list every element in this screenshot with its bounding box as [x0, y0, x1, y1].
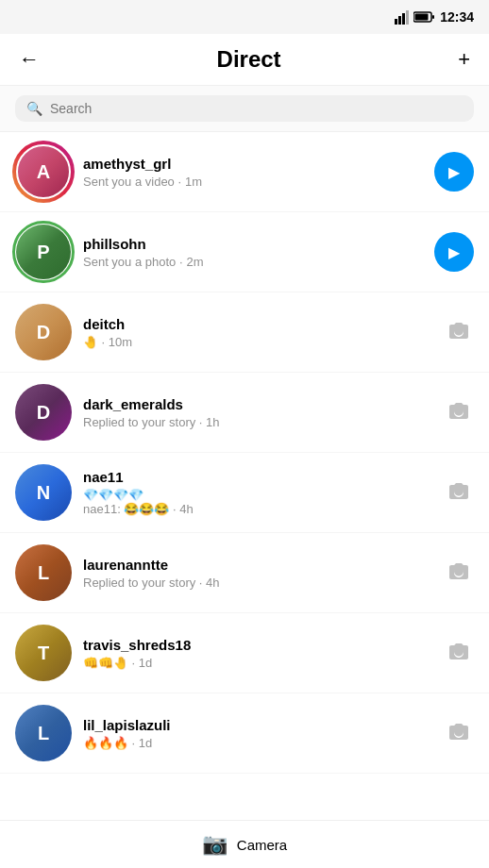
list-item[interactable]: T travis_shreds18👊👊🤚 · 1d	[0, 613, 489, 693]
camera-button[interactable]	[444, 558, 474, 588]
play-icon: ▶	[448, 243, 460, 261]
header: ← Direct +	[0, 34, 489, 86]
svg-rect-6	[432, 15, 434, 19]
camera-button[interactable]	[444, 718, 474, 748]
search-wrapper[interactable]: 🔍	[15, 95, 474, 122]
message-preview: Replied to your story · 4h	[83, 576, 432, 590]
status-bar: 12:34	[0, 0, 489, 34]
avatar-wrap: L	[15, 544, 72, 601]
avatar: N	[37, 482, 50, 504]
list-item[interactable]: N nae11 💎💎💎💎 nae11: 😂😂😂 · 4h	[0, 453, 489, 533]
message-username: lil_lapislazuli	[83, 717, 432, 733]
message-preview: Replied to your story · 1h	[83, 415, 432, 429]
page-title: Direct	[217, 46, 281, 73]
avatar-wrap: P	[15, 224, 72, 280]
avatar: D	[37, 402, 50, 424]
message-content: dark_emeraldsReplied to your story · 1h	[83, 396, 432, 429]
new-message-button[interactable]: +	[454, 43, 474, 75]
message-content: travis_shreds18👊👊🤚 · 1d	[83, 637, 432, 670]
avatar: T	[38, 643, 49, 664]
message-content: laurenanntteReplied to your story · 4h	[83, 557, 432, 590]
svg-rect-1	[398, 16, 401, 25]
camera-button[interactable]	[444, 317, 474, 347]
message-content: lil_lapislazuli🔥🔥🔥 · 1d	[83, 717, 432, 750]
signal-icon	[395, 9, 410, 25]
message-preview: Sent you a photo · 2m	[83, 255, 423, 269]
camera-icon	[447, 561, 470, 585]
message-username: laurenanntte	[83, 557, 432, 573]
avatar: D	[37, 322, 50, 343]
camera-button[interactable]	[444, 477, 474, 508]
svg-rect-2	[402, 13, 405, 25]
play-button[interactable]: ▶	[434, 232, 474, 272]
camera-button[interactable]	[444, 397, 474, 427]
camera-icon	[447, 401, 470, 425]
avatar: P	[37, 242, 49, 263]
message-content: amethyst_grlSent you a video · 1m	[83, 156, 423, 189]
avatar-wrap: D	[15, 304, 72, 360]
bottom-nav: 📷 Camera	[0, 820, 489, 868]
svg-rect-3	[406, 10, 409, 25]
play-icon: ▶	[448, 163, 460, 181]
avatar-wrap: N	[15, 464, 72, 521]
status-time: 12:34	[440, 9, 474, 25]
svg-rect-0	[395, 19, 397, 25]
list-item[interactable]: L lil_lapislazuli🔥🔥🔥 · 1d	[0, 693, 489, 774]
message-preview: 🤚 · 10m	[83, 335, 432, 349]
message-username: deitch	[83, 316, 432, 332]
message-preview: 👊👊🤚 · 1d	[83, 656, 432, 670]
list-item[interactable]: D deitch🤚 · 10m	[0, 292, 489, 373]
camera-icon	[447, 722, 470, 745]
message-list: A amethyst_grlSent you a video · 1m ▶ P …	[0, 132, 489, 774]
avatar-wrap: L	[15, 705, 72, 761]
battery-icon	[413, 11, 434, 23]
message-content: nae11 💎💎💎💎 nae11: 😂😂😂 · 4h	[83, 469, 432, 516]
play-button[interactable]: ▶	[434, 152, 474, 192]
message-preview: 🔥🔥🔥 · 1d	[83, 736, 432, 750]
message-preview: 💎💎💎💎	[83, 488, 432, 502]
avatar-wrap: T	[15, 625, 72, 681]
message-username: dark_emeralds	[83, 396, 432, 412]
camera-icon	[447, 321, 470, 344]
list-item[interactable]: D dark_emeraldsReplied to your story · 1…	[0, 373, 489, 453]
search-input[interactable]	[50, 101, 463, 116]
status-icons	[395, 9, 434, 25]
search-icon: 🔍	[26, 101, 42, 116]
camera-button[interactable]	[444, 638, 474, 668]
message-content: deitch🤚 · 10m	[83, 316, 432, 349]
message-username: nae11	[83, 469, 432, 485]
svg-rect-5	[415, 14, 429, 21]
message-content: phillsohnSent you a photo · 2m	[83, 236, 423, 269]
list-item[interactable]: L laurenanntteReplied to your story · 4h	[0, 533, 489, 613]
message-preview: Sent you a video · 1m	[83, 175, 423, 189]
camera-icon	[447, 481, 470, 505]
message-preview-2: nae11: 😂😂😂 · 4h	[83, 502, 432, 516]
avatar: A	[37, 161, 50, 183]
avatar-wrap: A	[15, 143, 72, 200]
list-item[interactable]: A amethyst_grlSent you a video · 1m ▶	[0, 132, 489, 212]
camera-icon: 📷	[202, 832, 228, 857]
avatar: L	[38, 723, 49, 744]
avatar: L	[38, 562, 49, 584]
message-username: amethyst_grl	[83, 156, 423, 172]
avatar-wrap: D	[15, 384, 72, 441]
back-button[interactable]: ←	[15, 43, 43, 75]
search-bar: 🔍	[0, 86, 489, 132]
message-username: phillsohn	[83, 236, 423, 252]
camera-label: Camera	[237, 837, 287, 853]
camera-icon	[447, 642, 470, 665]
list-item[interactable]: P phillsohnSent you a photo · 2m ▶	[0, 212, 489, 292]
message-username: travis_shreds18	[83, 637, 432, 653]
